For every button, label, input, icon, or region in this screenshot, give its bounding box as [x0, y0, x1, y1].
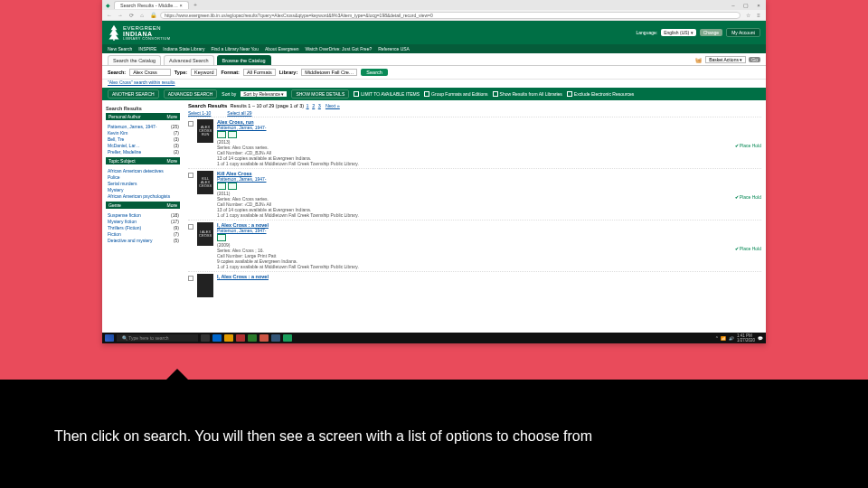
taskbar-search[interactable]: 🔍 Type here to search	[117, 334, 198, 342]
exclude-electronic-checkbox[interactable]	[567, 91, 572, 97]
basket-icon[interactable]: 🧺	[693, 56, 703, 63]
show-more-details-button[interactable]: SHOW MORE DETAILS	[291, 89, 349, 99]
start-button[interactable]	[105, 334, 114, 342]
advanced-search-button[interactable]: ADVANCED SEARCH	[164, 89, 218, 99]
facet-more-link[interactable]: More	[167, 158, 177, 164]
page-link[interactable]: 3	[318, 103, 321, 108]
taskbar-app-icon[interactable]	[283, 334, 292, 342]
item-checkbox[interactable]	[188, 173, 193, 178]
window-minimize-icon[interactable]: –	[730, 2, 737, 9]
library-select[interactable]: Middletown Fall Cre…	[301, 69, 357, 76]
nav-home-icon[interactable]: ⌂	[138, 12, 146, 19]
tab-advanced-search[interactable]: Advanced Search	[164, 55, 213, 65]
nav-link[interactable]: Find a Library Near You	[211, 46, 259, 52]
notifications-icon[interactable]: 💬	[758, 336, 763, 341]
taskbar-app-icon[interactable]	[271, 334, 280, 342]
page-link[interactable]: 1	[307, 103, 309, 108]
tab-browse-catalog[interactable]: Browse the Catalog	[217, 55, 271, 65]
facet-item[interactable]: Kevin Kim(7)	[108, 129, 179, 136]
facet-item[interactable]: Mystery	[108, 186, 179, 192]
taskbar-app-icon[interactable]	[224, 334, 233, 342]
facet-item[interactable]: Bell, Tre(3)	[108, 136, 179, 142]
result-author[interactable]: Patterson, James, 1947-	[217, 176, 731, 182]
facet-more-link[interactable]: More	[167, 114, 177, 119]
tab-search-catalog[interactable]: Search the Catalog	[108, 55, 161, 65]
menu-icon[interactable]: ≡	[755, 12, 762, 19]
nav-link[interactable]: Reference USA	[378, 46, 410, 52]
cover-image[interactable]	[197, 274, 213, 297]
url-field[interactable]: https://www.evergreen.lib.in.us/eg/opac/…	[160, 12, 741, 19]
facet-more-link[interactable]: More	[167, 202, 177, 208]
new-tab-button[interactable]: ＋	[193, 1, 198, 9]
another-search-button[interactable]: ANOTHER SEARCH	[108, 89, 159, 99]
facet-item[interactable]: African American detectives	[108, 167, 179, 174]
taskbar-app-icon[interactable]	[248, 334, 257, 342]
change-language-button[interactable]: Change	[700, 29, 723, 36]
facet-item[interactable]: Serial murders	[108, 180, 179, 186]
nav-link[interactable]: INSPIRE	[138, 46, 156, 52]
item-checkbox[interactable]	[188, 121, 193, 127]
nav-link[interactable]: About Evergreen	[265, 46, 299, 52]
taskbar-app-icon[interactable]	[236, 334, 245, 342]
tab-close-icon[interactable]: ×	[179, 3, 182, 8]
nav-link[interactable]: Watch OverDrive: Just Got Free?	[305, 46, 372, 52]
browser-tab[interactable]: Search Results - Middle… ×	[114, 1, 189, 9]
cover-image[interactable]: I ALEX CROSS	[197, 222, 213, 246]
window-maximize-icon[interactable]: ▢	[742, 2, 750, 9]
facet-item[interactable]: Preller, Madeline(2)	[108, 148, 179, 155]
taskbar-app-icon[interactable]	[259, 334, 269, 342]
tray-sound-icon[interactable]: 🔊	[729, 336, 734, 341]
tray-wifi-icon[interactable]: 📶	[721, 336, 726, 341]
place-hold-link[interactable]: ✔Place Hold	[735, 125, 761, 166]
item-checkbox[interactable]	[188, 224, 193, 230]
my-account-button[interactable]: My Account	[726, 28, 760, 37]
site-logo[interactable]: EVERGREEN INDIANA LIBRARY CONSORTIUM	[108, 24, 171, 41]
place-hold-link[interactable]: ✔Place Hold	[735, 228, 761, 269]
language-select[interactable]: English (US) ▾	[661, 29, 695, 36]
cover-image[interactable]: ALEX CROSS RUN	[197, 119, 213, 143]
nav-link[interactable]: New Search	[108, 46, 132, 52]
window-close-icon[interactable]: ×	[755, 2, 762, 9]
clock[interactable]: 1:41 PM1/27/2020	[737, 333, 755, 343]
facet-item[interactable]: McDaniel, Lar…(3)	[108, 142, 179, 148]
facet-item[interactable]: Suspense fiction(18)	[108, 211, 179, 218]
place-hold-link[interactable]: ✔Place Hold	[735, 176, 761, 218]
facet-item[interactable]: Detective and mystery(5)	[108, 237, 179, 243]
search-input[interactable]: Alex Cross	[129, 69, 171, 76]
format-select[interactable]: All Formats	[243, 69, 276, 76]
all-libraries-checkbox[interactable]	[493, 91, 498, 97]
search-within-link[interactable]: "Alex Cross" search within results	[102, 80, 766, 88]
item-checkbox[interactable]	[188, 276, 193, 281]
next-link[interactable]: Next »	[326, 103, 340, 108]
select-range-link[interactable]: Select 1-10	[188, 110, 211, 116]
result-author[interactable]: Patterson, James, 1947-	[217, 125, 731, 130]
facet-item[interactable]: Patterson, James, 1947-(25)	[108, 123, 179, 129]
group-formats-checkbox[interactable]	[424, 91, 429, 97]
task-view-icon[interactable]	[201, 334, 210, 342]
address-bar: ← → ⟳ ⌂ 🔒 https://www.evergreen.lib.in.u…	[102, 10, 766, 21]
tray-up-icon[interactable]: ^	[716, 336, 718, 341]
type-select[interactable]: Keyword	[191, 69, 217, 76]
bookmark-icon[interactable]: ☆	[744, 12, 751, 19]
nav-back-icon[interactable]: ←	[106, 12, 113, 19]
page-link[interactable]: 2	[312, 103, 315, 108]
basket-actions-select[interactable]: Basket Actions ▾	[705, 56, 746, 63]
facet-item[interactable]: Thrillers (Fiction)(9)	[108, 224, 179, 230]
nav-link[interactable]: Indiana State Library	[163, 46, 204, 52]
sort-select[interactable]: Sort by Relevance ▾	[241, 91, 287, 97]
result-author[interactable]: Patterson, James, 1947-	[217, 228, 731, 233]
facet-item[interactable]: Fiction(7)	[108, 230, 179, 237]
limit-available-checkbox[interactable]	[354, 91, 359, 97]
nav-forward-icon[interactable]: →	[117, 12, 124, 19]
facet-item[interactable]: African American psychologists	[108, 192, 179, 199]
nav-reload-icon[interactable]: ⟳	[127, 12, 135, 19]
facet-item[interactable]: Mystery fiction(17)	[108, 218, 179, 224]
exclude-electronic-label: Exclude Electronic Resources	[574, 91, 634, 97]
basket-go-button[interactable]: Go	[749, 57, 760, 62]
search-button[interactable]: Search	[361, 69, 387, 76]
taskbar-app-icon[interactable]	[212, 334, 222, 342]
facet-item[interactable]: Police	[108, 174, 179, 180]
result-title[interactable]: I, Alex Cross : a novel	[217, 274, 761, 279]
cover-image[interactable]: KILL ALEX CROSS	[197, 171, 213, 194]
select-all-link[interactable]: Select all 29	[227, 110, 251, 116]
